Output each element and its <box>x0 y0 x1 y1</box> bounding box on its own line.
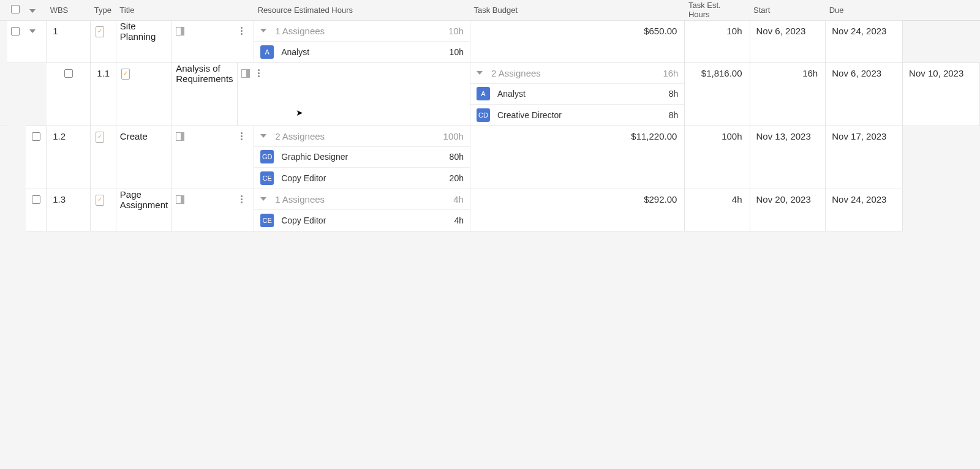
task-row[interactable]: 1.3 Page Assignment 1 Assignees 4h CE Co… <box>0 189 980 231</box>
task-budget[interactable]: $292.00 <box>470 189 684 231</box>
avatar: A <box>260 45 274 59</box>
task-checkbox[interactable] <box>64 69 73 78</box>
wbs-cell[interactable]: 1 <box>47 20 91 62</box>
task-title-cell[interactable]: Create <box>116 126 172 189</box>
resource-name: Analyst <box>497 89 526 99</box>
resource-hours: 20h <box>450 173 464 183</box>
sidepanel-icon[interactable] <box>176 27 184 36</box>
task-est-hours[interactable]: 100h <box>685 126 750 189</box>
avatar: GD <box>260 150 274 163</box>
task-row[interactable]: 1.2 Create 2 Assignees 100h GD Graphic D… <box>0 126 980 189</box>
resource-line[interactable]: CE Copy Editor 20h <box>254 168 470 189</box>
resource-cell[interactable]: 1 Assignees 10h A Analyst 10h <box>254 20 470 62</box>
wbs-cell[interactable]: 1.1 <box>91 62 116 126</box>
assignees-summary[interactable]: 1 Assignees 4h <box>254 189 470 210</box>
resource-line[interactable]: CD Creative Director 8h <box>470 105 684 126</box>
resource-cell[interactable]: 2 Assignees 16h A Analyst 8h CD Creative… <box>470 62 684 126</box>
avatar: A <box>477 87 490 100</box>
wbs-cell[interactable]: 1.2 <box>47 126 91 189</box>
column-title[interactable]: Title <box>116 0 254 20</box>
task-due[interactable]: Nov 17, 2023 <box>826 126 903 189</box>
row-menu-icon[interactable] <box>258 69 260 78</box>
column-start[interactable]: Start <box>750 0 826 20</box>
task-est-hours[interactable]: 16h <box>750 62 826 126</box>
task-title-cell[interactable]: Page Assignment <box>116 189 172 231</box>
row-menu-icon[interactable] <box>241 132 243 141</box>
resource-name: Analyst <box>281 47 309 57</box>
resource-line[interactable]: A Analyst 8h <box>470 84 684 105</box>
column-type[interactable]: Type <box>91 0 116 20</box>
toggle-assignees-icon[interactable] <box>477 71 483 75</box>
task-row[interactable]: 1 Site Planning 1 Assignees 10h A Analys… <box>0 20 980 62</box>
task-budget[interactable]: $1,816.00 <box>685 62 750 126</box>
resource-cell[interactable]: 1 Assignees 4h CE Copy Editor 4h <box>254 189 470 231</box>
assignees-total-hours: 10h <box>448 26 464 36</box>
resource-name: Creative Director <box>497 110 562 120</box>
assignees-summary[interactable]: 2 Assignees 16h <box>470 63 684 84</box>
resource-hours: 8h <box>669 89 679 99</box>
task-type-icon <box>94 130 105 143</box>
toggle-assignees-icon[interactable] <box>260 197 266 201</box>
resource-hours: 8h <box>669 110 679 120</box>
resource-line[interactable]: A Analyst 10h <box>254 42 470 62</box>
wbs-cell[interactable]: 1.3 <box>47 189 91 231</box>
toggle-assignees-icon[interactable] <box>260 134 266 138</box>
resource-hours: 80h <box>450 152 464 162</box>
task-due[interactable]: Nov 24, 2023 <box>826 20 903 62</box>
select-all-checkbox[interactable] <box>11 5 20 13</box>
resource-hours: 10h <box>450 47 464 57</box>
column-header-row: WBS Type Title Resource Estimated Hours … <box>0 0 980 20</box>
task-checkbox[interactable] <box>11 27 20 36</box>
assignees-label: 1 Assignees <box>275 194 325 204</box>
task-title-cell[interactable]: Analysis of Requirements <box>172 62 237 126</box>
row-menu-icon[interactable] <box>241 27 243 36</box>
task-start[interactable]: Nov 13, 2023 <box>750 126 826 189</box>
resource-name: Graphic Designer <box>281 152 348 162</box>
column-resource[interactable]: Resource Estimated Hours <box>254 0 470 20</box>
column-due[interactable]: Due <box>826 0 903 20</box>
resource-cell[interactable]: 2 Assignees 100h GD Graphic Designer 80h… <box>254 126 470 189</box>
task-est-hours[interactable]: 10h <box>685 20 750 62</box>
task-type-icon <box>120 67 131 80</box>
resource-name: Copy Editor <box>281 216 326 225</box>
task-title-cell[interactable]: Site Planning <box>116 20 172 62</box>
column-esthours[interactable]: Task Est. Hours <box>685 0 750 20</box>
task-table: WBS Type Title Resource Estimated Hours … <box>0 0 980 231</box>
sidepanel-icon[interactable] <box>176 195 184 204</box>
task-start[interactable]: Nov 6, 2023 <box>826 62 903 126</box>
assignees-total-hours: 100h <box>443 131 464 141</box>
task-due[interactable]: Nov 24, 2023 <box>826 189 903 231</box>
task-start[interactable]: Nov 20, 2023 <box>750 189 826 231</box>
row-menu-icon[interactable] <box>241 195 243 204</box>
column-wbs[interactable]: WBS <box>47 0 91 20</box>
task-checkbox[interactable] <box>32 195 40 204</box>
assignees-label: 2 Assignees <box>491 68 541 78</box>
resource-line[interactable]: CE Copy Editor 4h <box>254 210 470 231</box>
toggle-task-icon[interactable] <box>29 29 36 33</box>
task-budget[interactable]: $650.00 <box>470 20 684 62</box>
resource-line[interactable]: GD Graphic Designer 80h <box>254 147 470 168</box>
avatar: CD <box>477 108 490 122</box>
assignees-label: 1 Assignees <box>275 26 325 36</box>
sidepanel-icon[interactable] <box>241 69 250 78</box>
task-checkbox[interactable] <box>32 132 40 141</box>
task-est-hours[interactable]: 4h <box>685 189 750 231</box>
collapse-all-icon[interactable] <box>29 9 36 13</box>
task-start[interactable]: Nov 6, 2023 <box>750 20 826 62</box>
avatar: CE <box>260 214 274 227</box>
task-due[interactable]: Nov 10, 2023 <box>903 62 980 126</box>
resource-hours: 4h <box>454 216 464 225</box>
task-budget[interactable]: $11,220.00 <box>470 126 684 189</box>
toggle-assignees-icon[interactable] <box>260 29 266 32</box>
assignees-label: 2 Assignees <box>275 131 325 141</box>
assignees-total-hours: 4h <box>453 194 464 204</box>
resource-name: Copy Editor <box>281 173 326 183</box>
assignees-summary[interactable]: 2 Assignees 100h <box>254 126 470 147</box>
task-type-icon <box>94 193 105 206</box>
task-row[interactable]: 1.1 Analysis of Requirements 2 Assignees… <box>0 62 980 126</box>
assignees-summary[interactable]: 1 Assignees 10h <box>254 21 470 42</box>
sidepanel-icon[interactable] <box>176 132 184 141</box>
avatar: CE <box>260 171 274 185</box>
column-budget[interactable]: Task Budget <box>470 0 684 20</box>
assignees-total-hours: 16h <box>663 68 678 78</box>
